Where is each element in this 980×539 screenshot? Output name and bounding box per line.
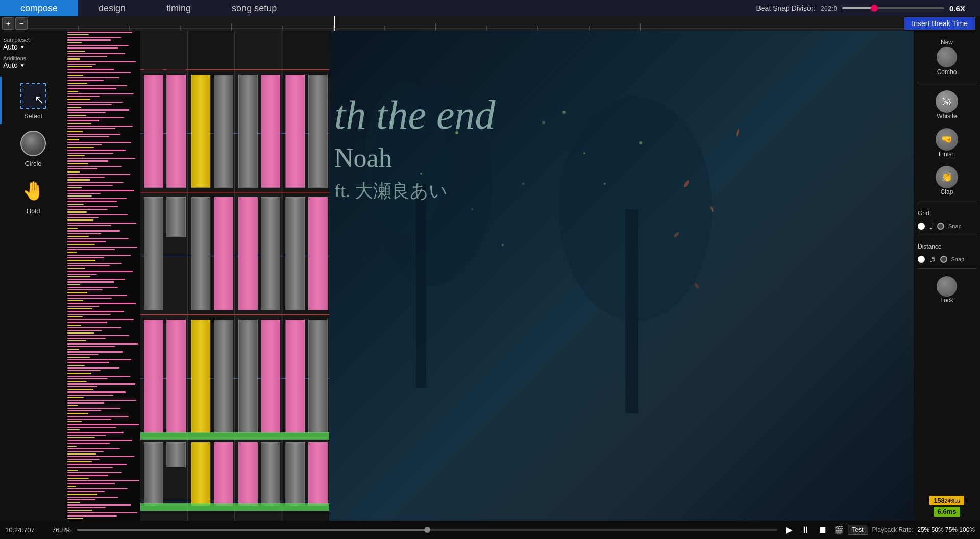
svg-rect-46 <box>238 75 257 187</box>
svg-rect-41 <box>214 197 233 310</box>
beat-snap-thumb[interactable] <box>871 5 878 12</box>
grid-section: Grid <box>914 207 980 218</box>
wf-bar <box>67 206 118 207</box>
wf-bar <box>67 34 89 35</box>
wf-bar <box>67 402 104 403</box>
wf-bar <box>67 37 121 38</box>
wf-bar <box>67 160 108 161</box>
grid-radio-left[interactable] <box>918 223 925 230</box>
svg-rect-68 <box>625 209 638 413</box>
tab-song-setup[interactable]: song setup <box>211 0 297 16</box>
zoom-out-button[interactable]: − <box>15 17 28 30</box>
svg-point-84 <box>736 129 740 137</box>
select-tool[interactable]: ↖ Select <box>0 77 66 124</box>
additions-arrow: ▼ <box>20 63 25 68</box>
test-button[interactable]: Test <box>848 525 868 535</box>
wf-bar <box>67 195 92 197</box>
distance-radio-left[interactable] <box>918 256 925 263</box>
insert-break-button[interactable]: Insert Break Time <box>904 17 975 30</box>
wf-bar <box>67 230 120 231</box>
wf-bar <box>67 300 83 301</box>
beat-snap-slider[interactable] <box>842 7 944 9</box>
circle-tool[interactable]: Circle <box>0 124 66 172</box>
wf-bar <box>67 219 93 220</box>
stop-button[interactable]: ⏹ <box>816 524 829 536</box>
wf-bar <box>67 244 95 245</box>
main-editor[interactable] <box>140 31 329 521</box>
wf-bar <box>67 276 90 277</box>
sampleset-section: Sampleset Auto ▼ <box>0 35 66 53</box>
wf-bar <box>67 126 133 127</box>
waveform-bars <box>66 31 140 521</box>
progress-thumb[interactable] <box>424 527 430 533</box>
svg-rect-49 <box>261 197 280 310</box>
wf-bar <box>67 486 76 487</box>
sampleset-dropdown[interactable]: Auto ▼ <box>3 43 25 51</box>
tab-timing[interactable]: timing <box>146 0 211 16</box>
tab-design[interactable]: design <box>78 0 146 16</box>
distance-radio-right[interactable] <box>940 256 947 263</box>
video-button[interactable]: 🎬 <box>834 525 844 535</box>
svg-rect-48 <box>238 197 257 310</box>
wf-bar <box>67 155 85 156</box>
svg-rect-29 <box>167 75 186 187</box>
waveform-area <box>66 31 140 521</box>
svg-point-80 <box>639 141 642 144</box>
hold-tool[interactable]: 🤚 Hold <box>0 172 66 219</box>
wf-bar <box>67 332 94 333</box>
wf-bar <box>67 322 107 323</box>
zoom-in-button[interactable]: + <box>2 17 14 30</box>
circle-shape <box>20 131 46 156</box>
wf-bar <box>67 166 122 167</box>
wf-bar <box>67 117 124 118</box>
hold-icon-symbol: 🤚 <box>22 180 45 202</box>
wf-bar <box>67 405 78 406</box>
progress-bar[interactable] <box>77 529 777 531</box>
svg-rect-55 <box>308 75 327 187</box>
clap-tool[interactable]: 👏 Clap <box>914 163 980 199</box>
snap-label: Snap <box>948 223 962 229</box>
wf-bar <box>67 268 85 269</box>
wf-bar <box>67 228 78 229</box>
wf-bar <box>67 163 88 164</box>
svg-rect-61 <box>308 442 327 506</box>
wf-bar <box>67 362 109 363</box>
wf-bar <box>67 316 83 317</box>
tab-compose[interactable]: compose <box>0 0 78 16</box>
grid-label: Grid <box>918 210 929 217</box>
play-button[interactable]: ▶ <box>783 523 795 536</box>
pause-button[interactable]: ⏸ <box>799 524 812 536</box>
additions-label: Additions <box>3 55 63 61</box>
grid-radio-right[interactable] <box>937 223 944 230</box>
wf-bar <box>67 147 94 148</box>
wf-bar <box>67 187 82 188</box>
wf-bar <box>67 357 90 358</box>
wf-bar <box>67 182 124 183</box>
wf-bar <box>67 446 77 447</box>
whistle-icon: 🌬 <box>936 90 958 113</box>
svg-point-77 <box>502 244 504 246</box>
svg-rect-28 <box>144 75 163 187</box>
svg-rect-39 <box>214 75 233 187</box>
additions-dropdown[interactable]: Auto ▼ <box>3 61 25 69</box>
wf-bar <box>67 343 138 344</box>
background-artwork: th the end Noah ft. 大瀬良あい <box>329 31 914 521</box>
finish-tool[interactable]: 🤜 Finish <box>914 125 980 161</box>
lock-tool[interactable]: Lock <box>914 273 980 307</box>
wf-bar <box>67 480 139 481</box>
timeline-track[interactable] <box>28 16 904 31</box>
wf-bar <box>67 510 92 511</box>
wf-bar <box>67 448 120 449</box>
whistle-tool[interactable]: 🌬 Whistle <box>914 87 980 123</box>
finish-icon: 🤜 <box>936 128 958 151</box>
whistle-label: Whistle <box>937 113 957 120</box>
bottom-controls: 10:24:707 76.8% ▶ ⏸ ⏹ 🎬 Test Playback Ra… <box>0 521 980 539</box>
wf-bar <box>67 174 130 175</box>
wf-bar <box>67 58 80 59</box>
wf-bar <box>67 453 96 454</box>
svg-rect-53 <box>261 442 280 506</box>
wf-bar <box>67 391 126 393</box>
wf-bar <box>67 311 124 312</box>
additions-section: Additions Auto ▼ <box>0 53 66 71</box>
select-tool-label: Select <box>24 112 42 120</box>
